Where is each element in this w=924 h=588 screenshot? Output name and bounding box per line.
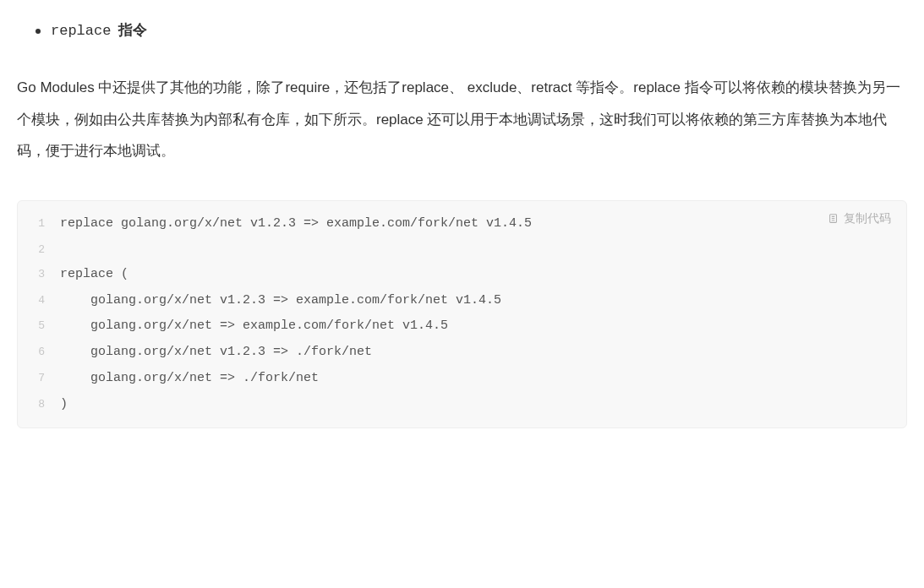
line-number: 8 bbox=[18, 392, 60, 418]
code-line: 1replace golang.org/x/net v1.2.3 => exam… bbox=[18, 211, 906, 237]
line-number: 2 bbox=[18, 237, 60, 262]
code-block: 复制代码 1replace golang.org/x/net v1.2.3 =>… bbox=[17, 200, 907, 428]
line-number: 4 bbox=[18, 288, 60, 314]
bullet-code-keyword: replace bbox=[51, 23, 111, 39]
description-paragraph: Go Modules 中还提供了其他的功能，除了require，还包括了repl… bbox=[17, 72, 907, 166]
bullet-item: replace 指令 bbox=[17, 17, 907, 45]
line-code bbox=[60, 237, 906, 262]
bullet-text: replace 指令 bbox=[51, 17, 147, 45]
copy-icon bbox=[828, 213, 839, 225]
line-code: golang.org/x/net v1.2.3 => example.com/f… bbox=[60, 288, 906, 314]
code-line: 3replace ( bbox=[18, 262, 906, 288]
copy-code-button[interactable]: 复制代码 bbox=[828, 211, 891, 226]
code-line: 2 bbox=[18, 237, 906, 262]
line-number: 1 bbox=[18, 211, 60, 237]
code-line: 7 golang.org/x/net => ./fork/net bbox=[18, 366, 906, 392]
code-line: 6 golang.org/x/net v1.2.3 => ./fork/net bbox=[18, 340, 906, 366]
line-code: ) bbox=[60, 392, 906, 418]
line-number: 5 bbox=[18, 313, 60, 340]
line-number: 7 bbox=[18, 366, 60, 392]
line-code: replace golang.org/x/net v1.2.3 => examp… bbox=[60, 211, 906, 237]
line-code: golang.org/x/net => ./fork/net bbox=[60, 366, 906, 392]
copy-label: 复制代码 bbox=[844, 211, 891, 226]
line-code: replace ( bbox=[60, 262, 906, 288]
code-line: 4 golang.org/x/net v1.2.3 => example.com… bbox=[18, 288, 906, 314]
code-line: 8) bbox=[18, 392, 906, 418]
bullet-dot-icon bbox=[36, 29, 41, 34]
code-content: 1replace golang.org/x/net v1.2.3 => exam… bbox=[18, 201, 906, 427]
line-number: 3 bbox=[18, 262, 60, 288]
bullet-label: 指令 bbox=[114, 22, 147, 38]
line-number: 6 bbox=[18, 340, 60, 366]
line-code: golang.org/x/net => example.com/fork/net… bbox=[60, 313, 906, 340]
code-line: 5 golang.org/x/net => example.com/fork/n… bbox=[18, 313, 906, 340]
line-code: golang.org/x/net v1.2.3 => ./fork/net bbox=[60, 340, 906, 366]
